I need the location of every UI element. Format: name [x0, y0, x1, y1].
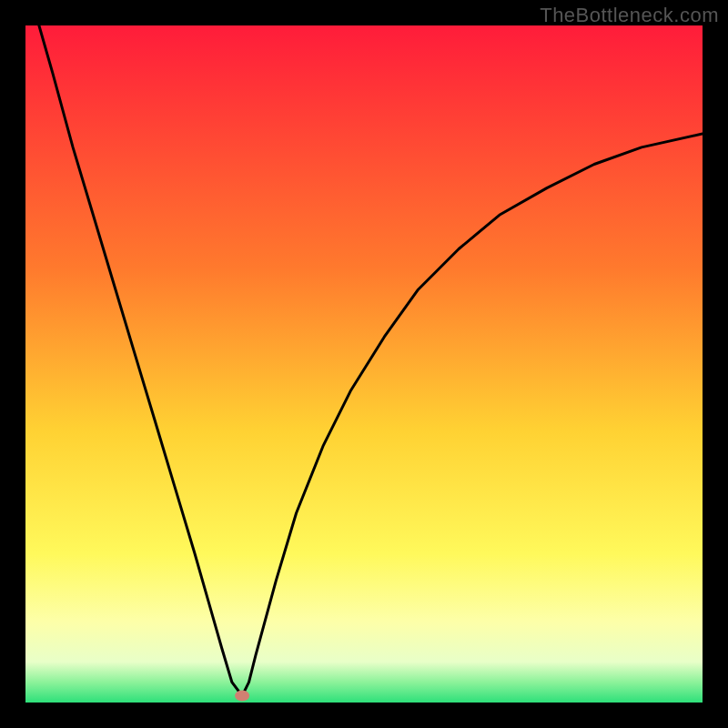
watermark-text: TheBottleneck.com — [540, 4, 719, 27]
chart-svg — [25, 25, 703, 703]
chart-frame: TheBottleneck.com — [0, 0, 728, 728]
gradient-background — [25, 25, 703, 703]
chart-canvas — [25, 25, 703, 703]
minimum-marker — [235, 691, 249, 702]
